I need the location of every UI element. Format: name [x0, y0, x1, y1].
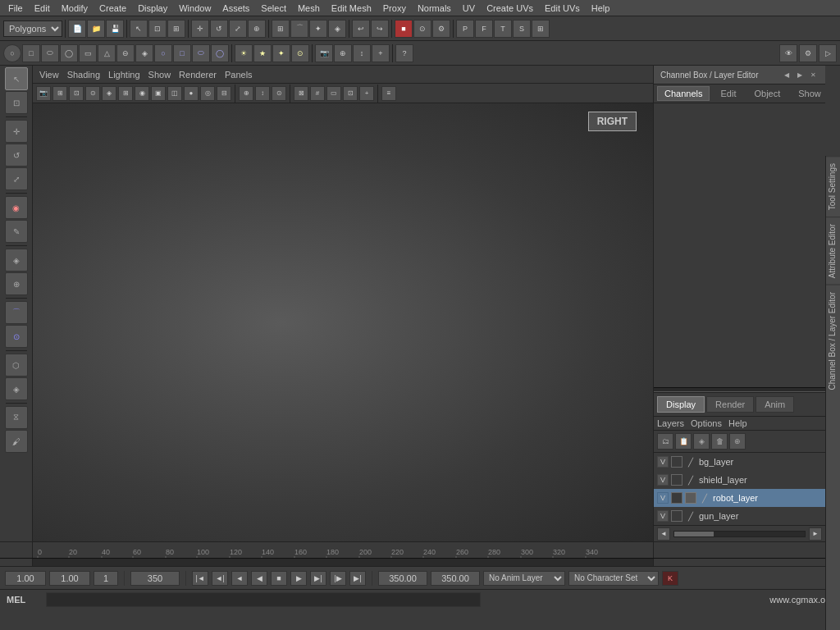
layer-vis-shield[interactable]: V	[657, 474, 669, 486]
torus-btn[interactable]: ◯	[60, 44, 78, 62]
plane-btn[interactable]: ▭	[79, 44, 97, 62]
anim-layer-select[interactable]: No Anim Layer	[483, 571, 565, 586]
cb-prev-btn[interactable]: ◀	[781, 69, 792, 80]
show-hide-btn[interactable]: 👁	[779, 44, 797, 62]
light-point[interactable]: ✦	[272, 44, 290, 62]
vp-film-btn[interactable]: ▭	[326, 86, 341, 101]
joint-btn[interactable]: ⊕	[334, 44, 352, 62]
range-end-input[interactable]	[49, 571, 90, 586]
front-btn[interactable]: F	[475, 20, 493, 38]
snap-grid[interactable]: ⊞	[272, 20, 290, 38]
le-tab-anim[interactable]: Anim	[756, 396, 794, 413]
vp-detail-btn[interactable]: +	[359, 86, 374, 101]
vp-layout-btn[interactable]: ⊞	[52, 86, 67, 101]
scale-tool[interactable]: ⤢	[5, 167, 28, 190]
vp-menu-lighting[interactable]: Lighting	[108, 70, 140, 80]
rotate-tool[interactable]: ↺	[5, 144, 28, 167]
expand-btn[interactable]: ▷	[819, 44, 837, 62]
nurbs-sphere[interactable]: ○	[154, 44, 172, 62]
go-start-btn[interactable]: |◄	[192, 571, 208, 586]
cylinder-btn[interactable]: ⬭	[41, 44, 59, 62]
snap-view[interactable]: ◈	[328, 20, 346, 38]
step-back-btn[interactable]: ◄|	[212, 571, 228, 586]
step-fwd-btn[interactable]: |▶	[330, 571, 346, 586]
layer-vis-robot[interactable]: V	[657, 492, 669, 504]
vp-menu-panels[interactable]: Panels	[225, 70, 253, 80]
show-manip-tool[interactable]: ◈	[5, 249, 28, 272]
stop-btn[interactable]: ■	[271, 571, 287, 586]
play-back-btn[interactable]: ◀	[251, 571, 267, 586]
settings-tab-cb[interactable]: Channel Box / Layer Editor	[826, 285, 840, 397]
menu-edit-mesh[interactable]: Edit Mesh	[326, 2, 377, 15]
nurbs-cyl[interactable]: ⬭	[192, 44, 210, 62]
subdiv-tool[interactable]: ◈	[5, 377, 28, 400]
vp-ao-btn[interactable]: ●	[184, 86, 199, 101]
vp-sync-btn[interactable]: ↕	[255, 86, 270, 101]
cube-btn[interactable]: □	[22, 44, 40, 62]
keyframe-track[interactable]	[33, 559, 653, 566]
le-create-btn[interactable]: 🗂	[657, 433, 673, 450]
step-input[interactable]	[94, 571, 118, 586]
light-directional[interactable]: ★	[253, 44, 272, 62]
vp-hide-btn[interactable]: ⊠	[294, 86, 308, 101]
tab-edit[interactable]: Edit	[713, 86, 743, 101]
vp-resolution-btn[interactable]: ⊙	[85, 86, 100, 101]
mode-selector[interactable]: Polygons	[3, 21, 62, 37]
poly-tool[interactable]: ⬡	[5, 354, 28, 377]
play-fwd-btn[interactable]: ▶	[290, 571, 307, 586]
settings-btn2[interactable]: ⚙	[799, 44, 817, 62]
paint-weights-tool[interactable]: 🖌	[5, 430, 28, 453]
four-view-btn[interactable]: ⊞	[532, 20, 550, 38]
le-tab-display[interactable]: Display	[657, 396, 705, 413]
layer-vis-gun[interactable]: V	[657, 510, 669, 522]
cb-close-btn[interactable]: ✕	[807, 69, 819, 80]
le-empty-layer-btn[interactable]: 📋	[675, 433, 692, 450]
lasso-btn[interactable]: ⊡	[148, 20, 167, 38]
layer-row-shield[interactable]: V ╱ shield_layer	[654, 471, 825, 489]
select-btn[interactable]: ↖	[130, 20, 148, 38]
vp-more-btn[interactable]: ≡	[381, 86, 396, 101]
menu-edit-uvs[interactable]: Edit UVs	[540, 2, 585, 15]
vp-menu-shading[interactable]: Shading	[67, 70, 100, 80]
side-btn[interactable]: S	[513, 20, 531, 38]
save-button[interactable]: 💾	[106, 20, 124, 38]
vp-grid-btn[interactable]: #	[310, 86, 325, 101]
redo-btn[interactable]: ↪	[371, 20, 389, 38]
command-input[interactable]	[46, 592, 481, 607]
menu-mesh[interactable]: Mesh	[293, 2, 325, 15]
layer-row-bg[interactable]: V ╱ bg_layer	[654, 453, 825, 471]
menu-help[interactable]: Help	[587, 2, 615, 15]
menu-edit[interactable]: Edit	[30, 2, 55, 15]
tab-show[interactable]: Show	[791, 86, 829, 101]
prev-key-btn[interactable]: ◄	[231, 571, 248, 586]
menu-create[interactable]: Create	[94, 2, 131, 15]
le-tab-render[interactable]: Render	[706, 396, 754, 413]
question-btn[interactable]: ?	[395, 44, 413, 62]
vp-gate-btn[interactable]: ⊡	[343, 86, 358, 101]
paint-btn[interactable]: ⊞	[167, 20, 185, 38]
rotate-btn[interactable]: ↺	[210, 20, 228, 38]
vp-texture-btn[interactable]: ▣	[151, 86, 166, 101]
le-menu-help[interactable]: Help	[728, 418, 747, 428]
settings-tab-attr[interactable]: Attribute Editor	[826, 217, 840, 285]
menu-assets[interactable]: Assets	[217, 2, 254, 15]
vp-hud-btn[interactable]: ⊟	[217, 86, 231, 101]
disk-btn[interactable]: ⊖	[116, 44, 135, 62]
timeline-track[interactable]	[0, 558, 840, 566]
auto-key-btn[interactable]: K	[662, 571, 678, 586]
menu-display[interactable]: Display	[133, 2, 172, 15]
deform-tool[interactable]: ⧖	[5, 406, 28, 429]
range-start-input[interactable]	[5, 571, 46, 586]
tab-object[interactable]: Object	[746, 86, 788, 101]
menu-create-uvs[interactable]: Create UVs	[482, 2, 538, 15]
le-select-btn[interactable]: ◈	[693, 433, 710, 450]
cone-btn[interactable]: △	[98, 44, 116, 62]
vp-menu-show[interactable]: Show	[148, 70, 171, 80]
nurbs-tool[interactable]: ⊙	[5, 325, 28, 348]
menu-proxy[interactable]: Proxy	[378, 2, 411, 15]
settings-tab-tool[interactable]: Tool Settings	[826, 156, 840, 217]
next-key-btn[interactable]: ▶|	[310, 571, 326, 586]
vp-camera-btn[interactable]: 📷	[36, 86, 51, 101]
universal-btn[interactable]: ⊕	[248, 20, 266, 38]
scale-btn[interactable]: ⤢	[229, 20, 247, 38]
